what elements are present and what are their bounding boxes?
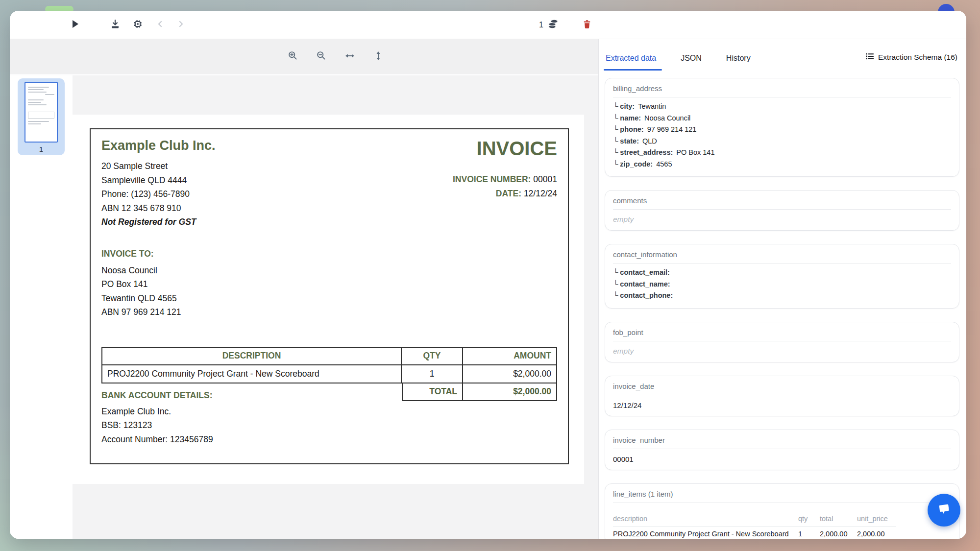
chevron-left-icon: [156, 20, 165, 30]
invoice-meta-block: INVOICE INVOICE NUMBER: 00001 DATE: 12/1…: [453, 138, 557, 229]
divider: [613, 341, 951, 341]
row-description: PROJ2200 Community Project Grant - New S…: [102, 365, 401, 383]
field-title: invoice_date: [613, 382, 951, 390]
thumbnail-sidebar: 1: [10, 75, 73, 539]
company-address-line: Phone: (123) 456-7890: [101, 187, 216, 201]
li-header-total: total: [820, 515, 857, 523]
zoom-out-button[interactable]: [315, 50, 328, 64]
delete-document-button[interactable]: [580, 18, 594, 32]
li-header-unit-price: unit_price: [857, 515, 896, 523]
invoice-date-value: 12/12/24: [524, 189, 557, 198]
next-doc-button[interactable]: [173, 18, 188, 32]
top-toolbar: 1: [10, 11, 966, 39]
empty-value: empty: [613, 215, 951, 224]
field-card-fob-point: fob_point empty: [605, 322, 959, 362]
page-thumbnail[interactable]: 1: [18, 78, 65, 155]
invoice-date-label: DATE:: [496, 189, 521, 198]
line-items-table: description qty total unit_price PROJ220…: [613, 515, 896, 538]
bank-details-label: BANK ACCOUNT DETAILS:: [101, 390, 213, 401]
extraction-schema-button[interactable]: Extraction Schema (16): [865, 52, 957, 71]
table-row: PROJ2200 Community Project Grant - New S…: [102, 365, 557, 383]
field-title: billing_address: [613, 84, 951, 93]
field-card-billing-address: billing_address city:Tewantin name:Noosa…: [605, 78, 959, 177]
chevron-right-icon: [176, 20, 185, 30]
extracted-fields-list: billing_address city:Tewantin name:Noosa…: [599, 71, 966, 539]
app-window: 1: [10, 11, 966, 539]
run-extraction-button[interactable]: [68, 18, 82, 32]
chat-bubble-icon: [936, 502, 952, 519]
recipient-line: PO Box 141: [101, 277, 557, 291]
field-card-contact-information: contact_information contact_email: conta…: [605, 244, 959, 309]
field-item: name:Noosa Council: [613, 113, 951, 124]
document-canvas: Example Club Inc. 20 Sample Street Sampl…: [73, 75, 598, 539]
list-icon: [865, 52, 874, 63]
empty-value: empty: [613, 347, 951, 356]
divider: [613, 263, 951, 264]
invoice-title: INVOICE: [453, 138, 557, 159]
divider: [613, 395, 951, 395]
field-title: invoice_number: [613, 436, 951, 444]
li-description: PROJ2200 Community Project Grant - New S…: [613, 530, 798, 538]
li-header-qty: qty: [798, 515, 820, 523]
bank-line: BSB: 123123: [101, 418, 213, 432]
download-button[interactable]: [108, 18, 122, 32]
company-address-line: ABN 12 345 678 910: [101, 201, 216, 216]
table-header-description: DESCRIPTION: [102, 347, 401, 365]
tab-json[interactable]: JSON: [680, 54, 703, 71]
field-item: state:QLD: [613, 136, 951, 147]
li-header-description: description: [613, 515, 798, 523]
process-button[interactable]: [130, 18, 145, 32]
play-icon: [71, 19, 79, 31]
field-item: city:Tewantin: [613, 101, 951, 113]
fit-width-button[interactable]: [343, 50, 357, 64]
invoice-number-label: INVOICE NUMBER:: [453, 174, 531, 184]
fit-height-button[interactable]: [371, 50, 385, 64]
row-qty: 1: [401, 365, 463, 383]
divider: [613, 209, 951, 210]
recipient-line: Noosa Council: [101, 264, 557, 278]
invoice-document: Example Club Inc. 20 Sample Street Sampl…: [90, 128, 569, 464]
zoom-in-button[interactable]: [286, 50, 300, 64]
field-item: contact_phone:: [613, 290, 951, 302]
credit-count: 1: [539, 21, 543, 29]
field-card-invoice-date: invoice_date 12/12/24: [605, 376, 959, 416]
document-viewer: 1 Example Club Inc. 20 Sample Street Sam…: [10, 39, 599, 539]
field-item: street_address:PO Box 141: [613, 147, 951, 159]
extraction-schema-label: Extraction Schema (16): [878, 53, 957, 62]
row-amount: $2,000.00: [463, 365, 557, 383]
recipient-line: Tewantin QLD 4565: [101, 291, 557, 306]
zoom-out-icon: [316, 50, 326, 63]
company-name: Example Club Inc.: [101, 138, 216, 153]
zoom-toolbar: [10, 39, 598, 75]
extraction-panel: Extracted data JSON History Extraction S…: [599, 39, 966, 539]
thumbnail-page-number: 1: [18, 145, 65, 153]
zoom-in-icon: [288, 50, 298, 63]
field-value: 12/12/24: [613, 401, 951, 409]
fit-width-icon: [344, 50, 355, 63]
field-card-line-items: line_items (1 item) description qty tota…: [605, 483, 959, 539]
panel-tabs: Extracted data JSON History Extraction S…: [605, 52, 957, 71]
total-label: TOTAL: [402, 383, 463, 401]
bank-details-block: BANK ACCOUNT DETAILS: Example Club Inc. …: [101, 390, 213, 447]
prev-doc-button[interactable]: [153, 18, 168, 32]
bank-line: Example Club Inc.: [101, 405, 213, 419]
recipient-line: ABN 97 969 214 121: [101, 305, 557, 319]
field-item: phone:97 969 214 121: [613, 124, 951, 136]
thumbnail-preview: [24, 82, 58, 143]
field-item: zip_code:4565: [613, 159, 951, 170]
tab-history[interactable]: History: [725, 54, 752, 71]
chat-launcher-button[interactable]: [928, 494, 960, 527]
tab-extracted-data[interactable]: Extracted data: [605, 54, 657, 71]
field-title: line_items (1 item): [613, 490, 951, 498]
field-item: contact_email:: [613, 267, 951, 279]
invoice-total-row: TOTAL $2,000.00: [402, 383, 557, 401]
field-title: contact_information: [613, 250, 951, 259]
trash-icon: [582, 19, 592, 31]
invoice-sender-block: Example Club Inc. 20 Sample Street Sampl…: [101, 138, 216, 229]
li-unit-price: 2,000.00: [857, 530, 896, 538]
fit-height-icon: [373, 50, 384, 63]
company-address-line: Sampleville QLD 4444: [101, 173, 216, 188]
divider: [613, 503, 951, 503]
chip-icon: [132, 19, 143, 31]
invoice-number-value: 00001: [533, 174, 557, 184]
